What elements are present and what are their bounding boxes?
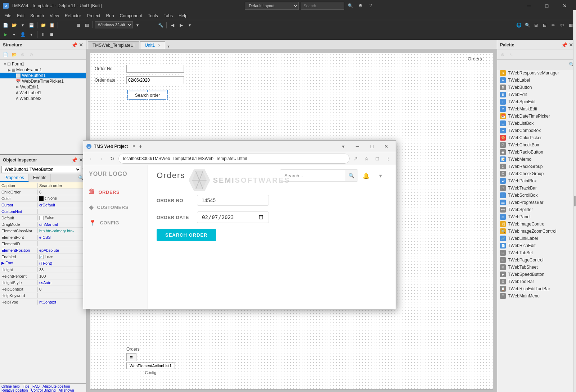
- menu-tools[interactable]: Tools: [145, 12, 161, 20]
- palette-pin-btn[interactable]: 📌: [561, 42, 567, 48]
- menu-view[interactable]: View: [47, 12, 62, 20]
- link-all-shown[interactable]: All shown: [59, 388, 74, 392]
- browser-back-btn[interactable]: ‹: [86, 154, 95, 163]
- tb-build[interactable]: ▾: [134, 21, 141, 29]
- tb-open[interactable]: 📂: [10, 21, 18, 29]
- link-control-binding[interactable]: Control Binding: [31, 388, 55, 392]
- palette-item-combobox[interactable]: ▾ TWebComboBox: [497, 127, 576, 134]
- palette-item-responsive[interactable]: R TWebResponsiveManager: [497, 69, 576, 77]
- tb-grid2[interactable]: ▤: [83, 21, 91, 29]
- palette-item-listbox[interactable]: ☰ TWebListBox: [497, 120, 576, 127]
- tb-draw[interactable]: ✏: [549, 21, 557, 29]
- browser-maximize-btn[interactable]: □: [365, 141, 378, 152]
- browser-orderdate-input[interactable]: [197, 211, 269, 223]
- close-button[interactable]: ✕: [557, 0, 573, 12]
- prop-default[interactable]: Default False: [0, 215, 86, 221]
- tb-nav-dropdown[interactable]: ▾: [186, 21, 194, 29]
- menu-refactor[interactable]: Refactor: [62, 12, 84, 20]
- palette-item-radiobutton[interactable]: ◉ TWebRadioButton: [497, 149, 576, 156]
- handle-bc[interactable]: [147, 99, 149, 101]
- structure-close-btn[interactable]: ✕: [79, 42, 83, 48]
- oi-pin-btn[interactable]: 📌: [71, 157, 77, 163]
- handle-tc[interactable]: [147, 90, 149, 92]
- oi-component-select[interactable]: WebButton1 TWebButton: [1, 166, 81, 173]
- link-relative-pos[interactable]: Relative position: [1, 388, 28, 392]
- browser-share-btn[interactable]: ↗: [351, 154, 360, 163]
- tb-profile[interactable]: 👤: [19, 31, 27, 38]
- palette-item-dtp[interactable]: 📅 TWebDateTimePicker: [497, 113, 576, 120]
- tb-align2[interactable]: ⊟: [541, 21, 549, 29]
- tb-profile-arrow[interactable]: ▾: [27, 31, 35, 38]
- palette-item-progressbar[interactable]: ▬ TWebProgressBar: [497, 199, 576, 206]
- tree-webdtp1[interactable]: 📅 WebDateTimePicker1: [0, 78, 86, 84]
- layout-dropdown[interactable]: Default Layout: [245, 2, 299, 10]
- tab-unit1-close[interactable]: ✕: [158, 44, 161, 47]
- palette-item-speedbutton[interactable]: ▶ TWebSpeedButton: [497, 271, 576, 278]
- link-online-help[interactable]: Online help: [1, 384, 20, 388]
- tree-weblabel2[interactable]: A WebLabel2: [0, 96, 86, 101]
- tb-grid[interactable]: ▦: [74, 21, 82, 29]
- designer-action-icon[interactable]: ≡: [126, 353, 136, 361]
- palette-item-radiogroup[interactable]: ⊙ TWebRadioGroup: [497, 163, 576, 170]
- st-collapse[interactable]: ⊖: [27, 51, 35, 59]
- tb-run[interactable]: ▶: [1, 31, 9, 38]
- prop-elementfont[interactable]: ElementFont efCSS: [0, 234, 86, 241]
- designer-orderdate-input[interactable]: [126, 76, 184, 84]
- structure-pin-btn[interactable]: 📌: [71, 42, 77, 48]
- palette-item-mainmenu[interactable]: ☰ TWebMainMenu: [497, 292, 576, 300]
- palette-close-btn[interactable]: ✕: [569, 42, 573, 48]
- palette-item-panel[interactable]: ▭ TWebPanel: [497, 213, 576, 220]
- palette-item-splitter[interactable]: ⟺ TWebSplitter: [497, 206, 576, 213]
- layout-search-btn[interactable]: 🔍: [346, 2, 354, 10]
- menu-component[interactable]: Component: [117, 12, 145, 20]
- tb-save3[interactable]: 📋: [48, 21, 56, 29]
- browser-search-order-btn[interactable]: SEARCH ORDER: [157, 229, 216, 241]
- handle-bl[interactable]: [126, 99, 129, 101]
- browser-nav-config[interactable]: 📍 CONFIG: [83, 215, 148, 231]
- tree-weblabel1[interactable]: A WebLabel1: [0, 90, 86, 96]
- browser-bookmark-btn[interactable]: ☆: [362, 154, 371, 163]
- tree-webedit1[interactable]: ✏ WebEdit1: [0, 84, 86, 90]
- prop-helpcontext[interactable]: HelpContext 0: [0, 286, 86, 292]
- palette-item-edit[interactable]: E TWebEdit: [497, 91, 576, 98]
- tb-run-arrow[interactable]: ▾: [10, 31, 18, 38]
- tb-globe[interactable]: 🌐: [515, 21, 523, 29]
- toolbar-gear[interactable]: ⚙: [356, 2, 364, 10]
- link-absolute-pos[interactable]: Absolute position: [42, 384, 70, 388]
- menu-search[interactable]: Search: [27, 12, 47, 20]
- tree-menuframe1[interactable]: ▶ ▦ MenuFrame1: [0, 67, 86, 73]
- palette-item-scrollbox[interactable]: ↕ TWebScrollBox: [497, 192, 576, 199]
- handle-mr[interactable]: [166, 94, 168, 96]
- toolbar-help[interactable]: ?: [366, 2, 374, 10]
- browser-minimize-btn[interactable]: ─: [351, 141, 364, 152]
- tree-form1[interactable]: ▼ ☐ Form1: [0, 61, 86, 67]
- browser-search-input[interactable]: [280, 171, 345, 181]
- prop-helpkeyword[interactable]: HelpKeyword: [0, 292, 86, 299]
- palette-item-paintbox[interactable]: 🖌 TWebPaintBox: [497, 177, 576, 184]
- handle-br[interactable]: [166, 99, 168, 101]
- tb-stop[interactable]: ⏹: [48, 31, 56, 38]
- maximize-button[interactable]: □: [539, 0, 555, 12]
- tb-save2[interactable]: 📁: [39, 21, 47, 29]
- handle-tl[interactable]: [126, 90, 129, 92]
- palette-item-checkgroup[interactable]: ☒ TWebCheckGroup: [497, 170, 576, 177]
- browser-profile-btn[interactable]: ▾: [374, 170, 387, 181]
- tb-dropdown[interactable]: ▾: [19, 21, 27, 29]
- browser-nav-orders[interactable]: 🏛 ORDERS: [83, 184, 148, 200]
- palette-item-maskedit[interactable]: M TWebMaskEdit: [497, 105, 576, 113]
- prop-elementclass[interactable]: ElementClassNar btn btn-primary btn-: [0, 228, 86, 234]
- prop-helptype[interactable]: HelpType htContext: [0, 299, 86, 305]
- palette-item-imagecontrol[interactable]: 🖼 TWebImageControl: [497, 220, 576, 228]
- st-new[interactable]: 📄: [1, 51, 9, 59]
- browser-orderno-input[interactable]: [197, 195, 269, 206]
- browser-close-btn[interactable]: ✕: [380, 141, 393, 152]
- menu-project[interactable]: Project: [84, 12, 103, 20]
- palette-item-richedittoolbar[interactable]: 📋 TWebRichEditToolBar: [497, 285, 576, 292]
- layout-search-input[interactable]: [301, 2, 344, 10]
- palette-item-tabset[interactable]: ⊟ TWebTabSet: [497, 249, 576, 256]
- handle-ml[interactable]: [126, 94, 129, 96]
- prop-customhint[interactable]: CustomHint: [0, 208, 86, 215]
- prop-childorder[interactable]: ChildOrder 6: [0, 189, 86, 195]
- link-tips-faq[interactable]: Tips _FAQ: [23, 384, 40, 388]
- browser-tab-close-btn[interactable]: ✕: [132, 144, 135, 149]
